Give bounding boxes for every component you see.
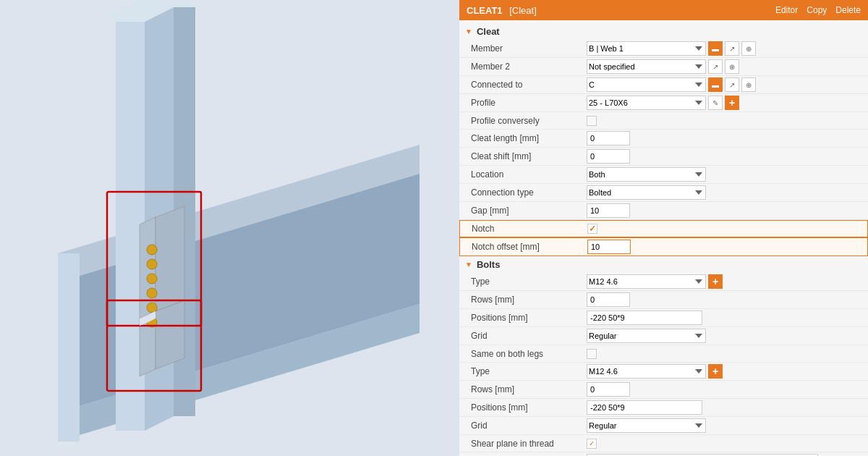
- bolts-type2-add-btn[interactable]: +: [708, 364, 723, 379]
- member-row: Member B | Web 1 ▬ ↗ ⊕: [459, 40, 868, 58]
- same-on-both-legs-label: Same on both legs: [471, 349, 587, 359]
- member-outline-btn2[interactable]: ⊕: [741, 41, 756, 56]
- shear-plane-checkbox[interactable]: ✓: [587, 439, 597, 449]
- cleat-section-header[interactable]: ▼ Cleat: [459, 23, 868, 40]
- member2-value: Not specified ↗ ⊕: [587, 59, 862, 74]
- bolts-positions1-label: Positions [mm]: [471, 313, 587, 323]
- bolts-type2-label: Type: [471, 366, 587, 376]
- bolts-rows2-value: [587, 382, 862, 397]
- connection-type-row: Connection type Bolted: [459, 184, 868, 202]
- bolts-arrow-icon: ▼: [465, 261, 472, 269]
- connected-to-select[interactable]: C: [587, 77, 706, 92]
- member-select[interactable]: B | Web 1: [587, 41, 706, 56]
- profile-conversely-row: Profile conversely: [459, 112, 868, 130]
- cleat-arrow-icon: ▼: [465, 28, 472, 35]
- member2-outline-btn2[interactable]: ⊕: [725, 59, 739, 74]
- bolts-section-header[interactable]: ▼ Bolts: [459, 256, 868, 273]
- notch-offset-value: [587, 240, 861, 254]
- bolts-positions2-input[interactable]: [587, 400, 702, 415]
- svg-point-13: [147, 245, 157, 255]
- shear-plane-checkmark: ✓: [589, 439, 595, 447]
- notch-label: Notch: [472, 224, 587, 234]
- gap-row: Gap [mm]: [459, 202, 868, 220]
- profile-label: Profile: [471, 98, 587, 108]
- member2-outline-btn1[interactable]: ↗: [708, 59, 723, 74]
- same-on-both-legs-value: [587, 349, 862, 359]
- cleat-length-value: [587, 131, 862, 145]
- connected-outline-btn1[interactable]: ↗: [725, 77, 739, 92]
- bolts-grid1-row: Grid Regular: [459, 327, 868, 345]
- notch-offset-row: Notch offset [mm]: [459, 237, 868, 256]
- bolts-type1-add-btn[interactable]: +: [708, 274, 723, 289]
- location-label: Location: [471, 169, 587, 180]
- bolts-rows1-row: Rows [mm]: [459, 291, 868, 309]
- shear-plane-value: ✓: [587, 439, 862, 449]
- profile-conversely-checkbox[interactable]: [587, 116, 597, 126]
- connection-type-select[interactable]: Bolted: [587, 185, 706, 200]
- bolts-rows2-input[interactable]: [587, 382, 630, 397]
- gap-label: Gap [mm]: [471, 206, 587, 216]
- bolts-type2-row: Type M12 4.6 +: [459, 363, 868, 381]
- location-select[interactable]: Both: [587, 167, 706, 182]
- notch-checkmark: ✓: [589, 224, 596, 234]
- cleat-length-input[interactable]: [587, 131, 630, 145]
- bolts-type1-select[interactable]: M12 4.6: [587, 274, 706, 289]
- bolts-grid2-select[interactable]: Regular: [587, 418, 706, 433]
- bolts-grid2-row: Grid Regular: [459, 417, 868, 435]
- copy-action[interactable]: Copy: [807, 5, 827, 15]
- bolts-section-label: Bolts: [477, 259, 501, 270]
- bolts-rows2-row: Rows [mm]: [459, 381, 868, 399]
- bolts-rows2-label: Rows [mm]: [471, 384, 587, 394]
- profile-conversely-value: [587, 116, 862, 126]
- notch-value: ✓: [587, 224, 861, 234]
- connection-type-value: Bolted: [587, 185, 862, 200]
- bolts-positions1-value: [587, 311, 862, 325]
- gap-input[interactable]: [587, 203, 630, 218]
- location-row: Location Both: [459, 166, 868, 184]
- member-value: B | Web 1 ▬ ↗ ⊕: [587, 41, 862, 56]
- bolts-positions1-input[interactable]: [587, 311, 702, 325]
- cleat-shift-row: Cleat shift [mm]: [459, 148, 868, 166]
- profile-select[interactable]: 25 - L70X6: [587, 96, 706, 110]
- gap-value: [587, 203, 862, 218]
- svg-marker-12: [156, 300, 184, 369]
- bolts-type1-label: Type: [471, 276, 587, 287]
- member-orange-btn1[interactable]: ▬: [708, 41, 723, 56]
- connected-to-row: Connected to C ▬ ↗ ⊕: [459, 76, 868, 94]
- member2-label: Member 2: [471, 62, 587, 72]
- same-on-both-legs-checkbox[interactable]: [587, 349, 597, 359]
- component-id: CLEAT1: [467, 5, 503, 16]
- notch-checkbox[interactable]: ✓: [587, 224, 597, 234]
- props-content: ▼ Cleat Member B | Web 1 ▬ ↗ ⊕ Member 2 …: [459, 20, 868, 456]
- connection-type-label: Connection type: [471, 187, 587, 198]
- profile-edit-btn[interactable]: ✎: [708, 96, 723, 110]
- bolts-grid1-select[interactable]: Regular: [587, 329, 706, 343]
- bolts-type1-row: Type M12 4.6 +: [459, 273, 868, 291]
- bolts-grid1-value: Regular: [587, 329, 862, 343]
- notch-offset-input[interactable]: [587, 240, 631, 254]
- svg-marker-4: [58, 253, 80, 442]
- shear-plane-row: Shear plane in thread ✓: [459, 435, 868, 452]
- cleat-shift-value: [587, 149, 862, 164]
- connected-outline-btn2[interactable]: ⊕: [741, 77, 756, 92]
- cleat-shift-input[interactable]: [587, 149, 630, 164]
- bolts-rows1-input[interactable]: [587, 292, 630, 307]
- profile-add-btn[interactable]: +: [725, 96, 739, 110]
- member-outline-btn1[interactable]: ↗: [725, 41, 739, 56]
- bolts-type2-value: M12 4.6 +: [587, 364, 862, 379]
- editor-action[interactable]: Editor: [775, 5, 798, 15]
- member2-select[interactable]: Not specified: [587, 59, 706, 74]
- bolts-positions2-label: Positions [mm]: [471, 402, 587, 413]
- location-value: Both: [587, 167, 862, 182]
- shear-force-row: Shear force transfer Bearing - tension/s…: [459, 452, 868, 456]
- bolts-type2-select[interactable]: M12 4.6: [587, 364, 706, 379]
- bolts-grid1-label: Grid: [471, 331, 587, 341]
- svg-point-15: [147, 274, 157, 284]
- svg-point-14: [147, 259, 157, 269]
- delete-action[interactable]: Delete: [835, 5, 861, 15]
- bolts-positions2-row: Positions [mm]: [459, 399, 868, 417]
- profile-conversely-label: Profile conversely: [471, 116, 587, 126]
- title-bar: CLEAT1 [Cleat] Editor Copy Delete: [459, 0, 868, 20]
- member-label: Member: [471, 43, 587, 54]
- connected-orange-btn[interactable]: ▬: [708, 77, 723, 92]
